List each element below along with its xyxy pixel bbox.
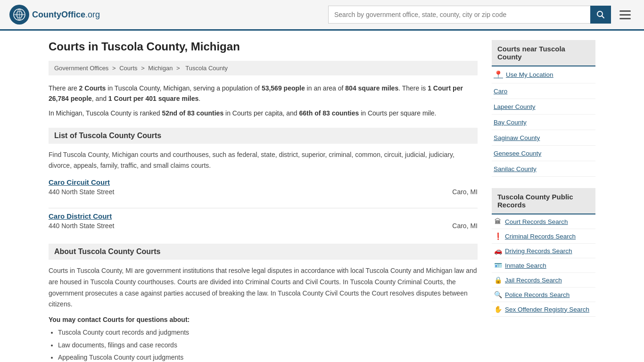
court-row-0: 440 North State Street Caro, MI	[49, 188, 478, 196]
search-button[interactable]	[590, 6, 611, 24]
court-records-icon: 🏛	[494, 218, 502, 225]
inmate-search-icon: 🪪	[494, 262, 502, 269]
about-text: Courts in Tuscola County, MI are governm…	[49, 265, 478, 310]
location-pin-icon: 📍	[494, 70, 503, 79]
police-records-link[interactable]: Police Records Search	[505, 291, 570, 298]
breadcrumb-current: Tuscola County	[185, 65, 228, 72]
nearby-link-lapeer[interactable]: Lapeer County	[494, 103, 536, 110]
sex-offender-link[interactable]: Sex Offender Registry Search	[505, 306, 589, 313]
about-section: About Tuscola County Courts Courts in Tu…	[49, 244, 478, 362]
breadcrumb-link-courts[interactable]: Courts	[119, 65, 137, 72]
bullet-item-2: Appealing Tuscola County court judgments	[58, 352, 478, 362]
nearby-item-sanilac[interactable]: Sanilac County	[492, 161, 595, 177]
court-records-link[interactable]: Court Records Search	[505, 218, 568, 225]
logo-text: CountyOffice.org	[32, 10, 100, 20]
nearby-list: 📍 Use My Location Caro Lapeer County Bay…	[492, 66, 595, 177]
search-input[interactable]	[328, 6, 590, 24]
rank-sqmile: 66th of 83 counties	[299, 109, 359, 117]
intro-text3: in an area of	[305, 84, 346, 92]
intro-text4: . There is	[398, 84, 428, 92]
nearby-item-caro[interactable]: Caro	[492, 83, 595, 99]
menu-line	[619, 14, 631, 16]
nearby-item-genesee[interactable]: Genesee County	[492, 146, 595, 161]
nearby-link-genesee[interactable]: Genesee County	[494, 150, 541, 157]
area: 804 square miles	[345, 84, 398, 92]
record-item-police[interactable]: 🔍 Police Records Search	[492, 288, 595, 302]
court-item-1: Caro District Court 440 North State Stre…	[49, 212, 478, 234]
driving-records-icon: 🚗	[494, 247, 502, 255]
breadcrumb-separator: >	[176, 65, 182, 72]
bullet-item-0: Tuscola County court records and judgmen…	[58, 327, 478, 337]
intro-text1: There are	[49, 84, 79, 92]
criminal-records-icon: ❗	[494, 232, 502, 240]
inmate-search-link[interactable]: Inmate Search	[505, 262, 546, 269]
public-records-title: Tuscola County Public Records	[492, 188, 595, 214]
court-address-1: 440 North State Street	[49, 222, 114, 230]
breadcrumb: Government Offices > Courts > Michigan >…	[49, 61, 478, 75]
breadcrumb-link-gov[interactable]: Government Offices	[54, 65, 108, 72]
svg-line-6	[602, 16, 604, 18]
list-section-header: List of Tuscola County Courts	[49, 128, 478, 144]
court-name-1[interactable]: Caro District Court	[49, 212, 478, 220]
divider-1	[49, 208, 478, 208]
main-container: Courts in Tuscola County, Michigan Gover…	[39, 31, 605, 362]
records-list: 🏛 Court Records Search ❗ Criminal Record…	[492, 214, 595, 317]
court-name-0[interactable]: Caro Circuit Court	[49, 178, 478, 186]
per-sqmile: 1 Court per 401 square miles	[108, 95, 198, 102]
jail-records-link[interactable]: Jail Records Search	[505, 277, 562, 284]
site-header: CountyOffice.org	[0, 0, 644, 31]
use-location-link[interactable]: Use My Location	[506, 71, 553, 78]
intro-text6: .	[198, 95, 200, 102]
nearby-item-saginaw[interactable]: Saginaw County	[492, 130, 595, 146]
logo-icon	[9, 5, 29, 25]
record-item-driving[interactable]: 🚗 Driving Records Search	[492, 244, 595, 258]
record-item-sex-offender[interactable]: ✋ Sex Offender Registry Search	[492, 302, 595, 317]
page-title: Courts in Tuscola County, Michigan	[49, 40, 478, 53]
about-section-header: About Tuscola County Courts	[49, 244, 478, 260]
rank-capita: 52nd of 83 counties	[162, 109, 223, 117]
sidebar: Courts near Tuscola County 📍 Use My Loca…	[492, 40, 595, 362]
court-city-0: Caro, MI	[452, 188, 478, 196]
breadcrumb-separator: >	[141, 65, 146, 72]
ranking-text2: in Courts per capita, and	[223, 109, 299, 117]
nearby-use-location[interactable]: 📍 Use My Location	[492, 66, 595, 83]
nearby-courts-title: Courts near Tuscola County	[492, 40, 595, 66]
population: 53,569 people	[262, 84, 305, 92]
bullet-item-1: Law documents, filings and case records	[58, 340, 478, 350]
nearby-item-lapeer[interactable]: Lapeer County	[492, 99, 595, 115]
nearby-link-sanilac[interactable]: Sanilac County	[494, 165, 537, 173]
hamburger-menu-button[interactable]	[616, 8, 635, 21]
intro-paragraph: There are 2 Courts in Tuscola County, Mi…	[49, 83, 478, 118]
search-area	[328, 6, 635, 24]
nearby-courts-section: Courts near Tuscola County 📍 Use My Loca…	[492, 40, 595, 177]
ranking-text3: in Courts per square mile.	[359, 109, 436, 117]
court-address-0: 440 North State Street	[49, 188, 114, 196]
criminal-records-link[interactable]: Criminal Records Search	[505, 233, 576, 240]
intro-text5: , and	[92, 95, 108, 102]
list-section-desc: Find Tuscola County, Michigan courts and…	[49, 149, 478, 171]
site-logo[interactable]: CountyOffice.org	[9, 5, 100, 25]
sex-offender-icon: ✋	[494, 305, 502, 313]
nearby-link-saginaw[interactable]: Saginaw County	[494, 134, 540, 141]
court-row-1: 440 North State Street Caro, MI	[49, 222, 478, 230]
nearby-link-bay[interactable]: Bay County	[494, 119, 527, 126]
search-icon	[596, 10, 605, 19]
contact-header: You may contact Courts for questions abo…	[49, 316, 478, 323]
menu-line	[619, 10, 631, 12]
ranking-text1: In Michigan, Tuscola County is ranked	[49, 109, 162, 117]
nearby-item-bay[interactable]: Bay County	[492, 115, 595, 130]
menu-line	[619, 18, 631, 19]
record-item-inmate[interactable]: 🪪 Inmate Search	[492, 258, 595, 273]
record-item-court[interactable]: 🏛 Court Records Search	[492, 214, 595, 229]
driving-records-link[interactable]: Driving Records Search	[505, 247, 572, 255]
content-area: Courts in Tuscola County, Michigan Gover…	[49, 40, 478, 362]
jail-records-icon: 🔒	[494, 276, 502, 284]
nearby-link-caro[interactable]: Caro	[494, 88, 507, 95]
breadcrumb-separator: >	[112, 65, 117, 72]
court-item-0: Caro Circuit Court 440 North State Stree…	[49, 178, 478, 200]
record-item-jail[interactable]: 🔒 Jail Records Search	[492, 273, 595, 288]
public-records-section: Tuscola County Public Records 🏛 Court Re…	[492, 188, 595, 317]
court-city-1: Caro, MI	[452, 222, 478, 230]
record-item-criminal[interactable]: ❗ Criminal Records Search	[492, 229, 595, 244]
breadcrumb-link-michigan[interactable]: Michigan	[148, 65, 173, 72]
